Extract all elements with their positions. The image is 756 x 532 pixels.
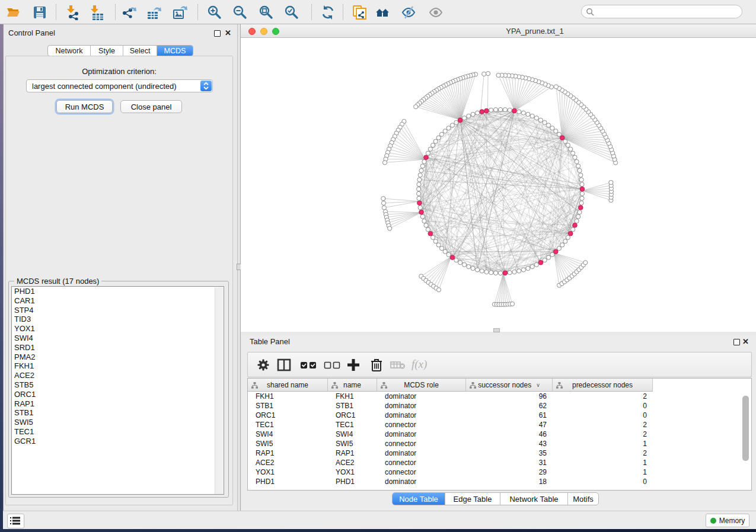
network-node[interactable] [426,227,430,232]
close-panel-button[interactable]: Close panel [120,100,182,113]
network-node[interactable] [381,201,385,205]
network-node[interactable] [508,271,512,275]
column-header-name[interactable]: name [328,379,377,392]
add-column-icon[interactable] [346,358,361,372]
mcds-list-scrollbar[interactable] [215,287,223,495]
network-node[interactable] [420,214,425,219]
network-node[interactable] [446,252,451,257]
mcds-result-item[interactable]: FKH1 [12,361,224,371]
mcds-result-item[interactable]: PMA2 [12,352,224,362]
network-node[interactable] [579,178,583,182]
close-window-icon[interactable] [248,28,256,35]
network-node[interactable] [494,271,498,275]
network-node[interactable] [426,151,430,155]
mcds-result-item[interactable]: RAP1 [12,399,224,409]
deselect-all-icon[interactable] [324,358,342,372]
network-node[interactable] [414,105,418,109]
split-column-icon[interactable] [277,358,291,372]
network-node[interactable] [433,139,438,143]
network-node[interactable] [431,235,435,239]
dominator-node[interactable] [573,223,578,228]
network-node[interactable] [484,270,489,274]
table-scrollbar[interactable] [742,396,749,461]
network-node[interactable] [382,161,387,165]
network-node[interactable] [382,206,386,210]
network-node[interactable] [417,187,421,191]
dominator-node[interactable] [560,136,565,140]
network-node[interactable] [512,270,516,274]
float-panel-icon[interactable] [214,30,221,37]
table-row[interactable]: PHD1PHD1dominator180 [248,477,653,486]
horizontal-splitter-handle[interactable] [493,328,500,332]
mcds-result-item[interactable]: SWI5 [12,418,224,427]
zoom-in-icon[interactable] [207,5,222,20]
network-node[interactable] [458,261,462,265]
network-node[interactable] [578,168,582,172]
network-node[interactable] [443,129,447,133]
network-node[interactable] [576,164,580,168]
dominator-node[interactable] [428,232,433,236]
select-all-icon[interactable] [300,358,318,372]
table-row[interactable]: SWI5SWI5connector431 [248,439,653,448]
network-node[interactable] [508,108,512,112]
network-node[interactable] [521,111,525,115]
network-node[interactable] [550,126,554,130]
network-node[interactable] [417,178,422,182]
network-node[interactable] [547,123,551,127]
mcds-result-item[interactable]: STB5 [12,380,224,390]
mcds-result-item[interactable]: PHD1 [12,287,224,296]
table-row[interactable]: TEC1TEC1connector472 [248,420,653,430]
network-node[interactable] [569,147,573,151]
column-header-successor-nodes[interactable]: successor nodes∨ [466,379,553,392]
dominator-node[interactable] [450,255,455,260]
network-node[interactable] [471,112,475,116]
network-node[interactable] [575,219,579,223]
network-node[interactable] [454,120,458,124]
dominator-node[interactable] [512,108,517,113]
network-node[interactable] [462,116,467,120]
network-node[interactable] [538,118,543,122]
mcds-result-item[interactable]: TEC1 [12,427,224,437]
optimization-dropdown[interactable]: largest connected component (undirected) [26,79,213,92]
import-network-icon[interactable] [65,5,80,20]
dominator-node[interactable] [458,118,462,123]
network-node[interactable] [498,271,502,275]
network-node[interactable] [503,108,507,112]
column-header-MCDS-role[interactable]: MCDS role [377,379,466,392]
dominator-node[interactable] [417,201,422,206]
network-node[interactable] [530,114,534,118]
network-node[interactable] [424,223,428,227]
memory-button[interactable]: Memory [706,514,749,527]
network-node[interactable] [428,147,432,151]
network-node[interactable] [418,173,422,177]
network-node[interactable] [420,164,425,168]
network-node[interactable] [571,151,575,155]
network-node[interactable] [436,136,441,140]
network-node[interactable] [417,191,421,196]
copy-network-icon[interactable] [352,5,368,20]
network-node[interactable] [554,85,558,89]
minimize-window-icon[interactable] [260,28,267,35]
network-node[interactable] [422,159,426,164]
zoom-out-icon[interactable] [232,5,248,20]
network-node[interactable] [583,261,588,265]
network-node[interactable] [550,252,554,257]
network-node[interactable] [534,262,538,267]
mcds-result-item[interactable]: STB1 [12,408,224,418]
network-node[interactable] [417,196,421,200]
dominator-node[interactable] [580,187,585,191]
network-node[interactable] [476,268,480,272]
network-node[interactable] [547,255,551,259]
network-node[interactable] [418,206,422,210]
mcds-result-item[interactable]: TID3 [12,315,224,324]
zoom-fit-icon[interactable] [259,5,274,20]
network-node[interactable] [462,262,467,267]
network-node[interactable] [467,114,471,118]
network-node[interactable] [517,110,521,114]
network-node[interactable] [489,271,493,275]
mcds-result-item[interactable]: GCR1 [12,437,224,446]
tab-network[interactable]: Network [48,46,91,56]
delete-column-icon[interactable] [370,358,383,372]
network-node[interactable] [498,107,502,111]
network-node[interactable] [521,268,525,272]
